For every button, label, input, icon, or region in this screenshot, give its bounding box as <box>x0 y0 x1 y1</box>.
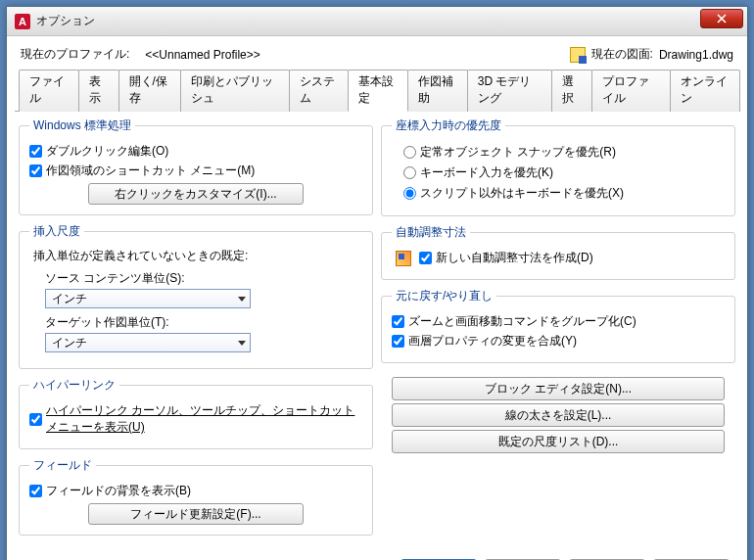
tab-file[interactable]: ファイル <box>19 70 79 112</box>
legend-field: フィールド <box>29 457 96 474</box>
group-coord-priority: 座標入力時の優先度 定常オブジェクト スナップを優先(R) キーボード入力を優先… <box>381 117 735 216</box>
tab-profiles[interactable]: プロファイル <box>591 70 672 112</box>
legend-coord: 座標入力時の優先度 <box>392 117 505 134</box>
tab-strip: ファイル 表示 開く/保存 印刷とパブリッシュ システム 基本設定 作図補助 3… <box>15 69 739 112</box>
lbl-group-zoom-pan: ズームと画面移動コマンドをグループ化(C) <box>408 313 636 330</box>
insert-scale-desc: 挿入単位が定義されていないときの既定: <box>33 248 362 264</box>
lbl-layer-prop: 画層プロパティの変更を合成(Y) <box>408 333 577 350</box>
tab-selection[interactable]: 選択 <box>551 70 592 112</box>
close-icon <box>717 14 727 23</box>
titlebar: A オプション <box>7 7 747 36</box>
combo-target-unit[interactable]: インチ <box>45 333 251 352</box>
profile-value: <<Unnamed Profile>> <box>145 48 259 62</box>
radio-kb-except-script[interactable] <box>403 187 416 200</box>
assoc-dim-icon <box>396 251 411 266</box>
lbl-keyboard-priority: キーボード入力を優先(K) <box>420 164 553 181</box>
group-hyperlink: ハイパーリンク ハイパーリンク カーソル、ツールチップ、ショートカットメニューを… <box>19 377 373 449</box>
app-icon: A <box>15 14 30 29</box>
options-dialog: A オプション 現在のプロファイル: <<Unnamed Profile>> 現… <box>6 6 748 560</box>
tab-userpref[interactable]: 基本設定 <box>348 70 408 112</box>
chk-shortcut-menu[interactable] <box>29 164 42 177</box>
chk-assoc-dim[interactable] <box>419 252 432 264</box>
lbl-hyperlink: ハイパーリンク カーソル、ツールチップ、ショートカットメニューを表示(U) <box>46 402 362 436</box>
tab-panel: Windows 標準処理 ダブルクリック編集(O) 作図領域のショートカット メ… <box>15 112 739 549</box>
group-insert-scale: 挿入尺度 挿入単位が定義されていないときの既定: ソース コンテンツ単位(S):… <box>19 223 373 369</box>
group-assoc-dim: 自動調整寸法 新しい自動調整寸法を作成(D) <box>381 224 735 280</box>
btn-rightclick-customize[interactable]: 右クリックをカスタマイズ(I)... <box>88 183 304 205</box>
tab-display[interactable]: 表示 <box>78 70 119 112</box>
profile-label: 現在のプロファイル: <box>21 46 129 63</box>
drawing-icon <box>570 47 586 63</box>
btn-default-scale-list[interactable]: 既定の尺度リスト(D)... <box>392 430 725 453</box>
group-field: フィールド フィールドの背景を表示(B) フィールド更新設定(F)... <box>19 457 373 536</box>
chk-hyperlink[interactable] <box>29 413 42 426</box>
group-undo-redo: 元に戻す/やり直し ズームと画面移動コマンドをグループ化(C) 画層プロパティの… <box>381 288 735 363</box>
close-button[interactable] <box>700 9 743 28</box>
chk-group-zoom-pan[interactable] <box>392 315 404 328</box>
lbl-osnap-priority: 定常オブジェクト スナップを優先(R) <box>420 144 616 161</box>
drawing-value: Drawing1.dwg <box>659 48 733 62</box>
chk-layer-prop[interactable] <box>392 335 404 348</box>
legend-undo: 元に戻す/やり直し <box>392 288 496 304</box>
tab-plot[interactable]: 印刷とパブリッシュ <box>180 70 289 112</box>
dialog-buttons: OK キャンセル 適用(A) ヘルプ(H) <box>15 549 739 560</box>
chk-field-bg[interactable] <box>29 485 42 497</box>
lbl-field-bg: フィールドの背景を表示(B) <box>46 483 191 499</box>
combo-source-unit[interactable]: インチ <box>45 289 251 308</box>
radio-keyboard-priority[interactable] <box>403 166 416 179</box>
radio-osnap-priority[interactable] <box>403 146 416 159</box>
lbl-assoc-dim: 新しい自動調整寸法を作成(D) <box>436 250 593 266</box>
tab-system[interactable]: システム <box>289 70 350 112</box>
window-title: オプション <box>36 13 95 29</box>
legend-hyperlink: ハイパーリンク <box>29 377 119 394</box>
btn-field-update[interactable]: フィールド更新設定(F)... <box>88 503 304 525</box>
lbl-shortcut-menu: 作図領域のショートカット メニュー(M) <box>46 163 255 179</box>
src-unit-label: ソース コンテンツ単位(S): <box>45 270 362 287</box>
legend-windows: Windows 標準処理 <box>29 117 135 134</box>
group-windows-standard: Windows 標準処理 ダブルクリック編集(O) 作図領域のショートカット メ… <box>19 117 373 215</box>
tab-3dmodeling[interactable]: 3D モデリング <box>467 70 552 112</box>
lbl-dblclick-edit: ダブルクリック編集(O) <box>46 143 168 160</box>
chk-dblclick-edit[interactable] <box>29 145 42 158</box>
drawing-label: 現在の図面: <box>591 46 653 63</box>
lbl-kb-except-script: スクリプト以外はキーボードを優先(X) <box>420 185 624 202</box>
tab-opensave[interactable]: 開く/保存 <box>118 70 182 112</box>
legend-insert-scale: 挿入尺度 <box>29 223 84 240</box>
tab-drafting[interactable]: 作図補助 <box>407 70 468 112</box>
tgt-unit-label: ターゲット作図単位(T): <box>45 314 362 331</box>
tab-online[interactable]: オンライン <box>670 70 740 112</box>
profile-row: 現在のプロファイル: <<Unnamed Profile>> 現在の図面: Dr… <box>15 42 739 69</box>
btn-block-editor[interactable]: ブロック エディタ設定(N)... <box>392 377 725 400</box>
legend-assoc-dim: 自動調整寸法 <box>392 224 470 241</box>
btn-lineweight[interactable]: 線の太さを設定(L)... <box>392 403 725 427</box>
